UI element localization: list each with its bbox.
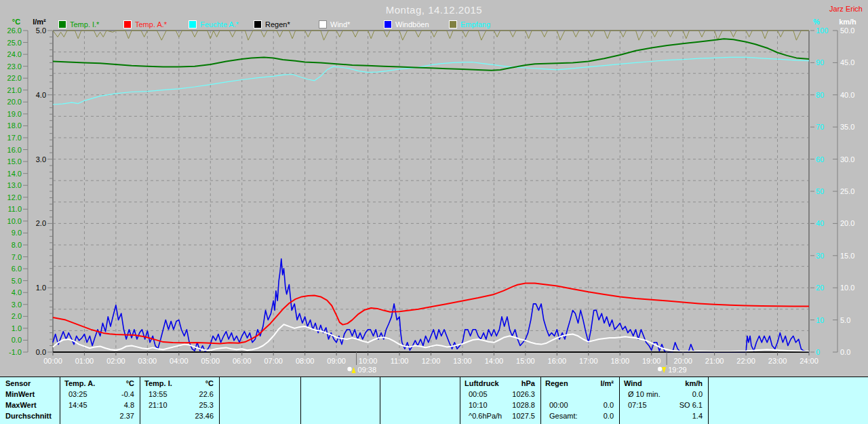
svg-text:11:00: 11:00 bbox=[391, 357, 409, 365]
svg-text:08:00: 08:00 bbox=[296, 357, 315, 365]
stat-value: 1.4 bbox=[692, 412, 703, 420]
stat-time: Gesamt: bbox=[549, 412, 578, 420]
svg-text:06:00: 06:00 bbox=[233, 357, 252, 365]
svg-text:14.0: 14.0 bbox=[7, 170, 22, 178]
svg-text:30.0: 30.0 bbox=[840, 155, 854, 163]
stat-value: -0.4 bbox=[121, 390, 134, 398]
stat-column-empty bbox=[708, 377, 868, 424]
svg-text:24.0: 24.0 bbox=[7, 50, 22, 58]
stat-header: Wind bbox=[624, 379, 642, 387]
svg-text:2.0: 2.0 bbox=[12, 312, 22, 320]
svg-text:07:00: 07:00 bbox=[264, 357, 283, 365]
svg-text:02:00: 02:00 bbox=[106, 357, 125, 365]
svg-text:09:38: 09:38 bbox=[358, 366, 377, 374]
svg-text:18:00: 18:00 bbox=[610, 357, 629, 365]
svg-text:5.0: 5.0 bbox=[12, 277, 22, 285]
svg-text:23.0: 23.0 bbox=[7, 62, 22, 71]
svg-text:16:00: 16:00 bbox=[548, 357, 567, 365]
svg-text:40.0: 40.0 bbox=[840, 91, 854, 99]
stat-value: SO 6.1 bbox=[679, 401, 703, 409]
svg-text:5.0: 5.0 bbox=[36, 26, 46, 35]
stat-column-empty bbox=[380, 377, 460, 424]
table-row-label: MinWert bbox=[5, 390, 35, 398]
stat-time: 21:10 bbox=[149, 401, 167, 409]
stat-time: 07:15 bbox=[628, 401, 647, 409]
stat-time: 10:10 bbox=[469, 401, 488, 409]
stat-value: 4.8 bbox=[124, 401, 134, 409]
stat-value: 1026.3 bbox=[512, 390, 535, 398]
stat-header: Temp. A. bbox=[64, 379, 95, 387]
svg-text:0: 0 bbox=[816, 348, 820, 356]
svg-text:5.0: 5.0 bbox=[840, 316, 850, 324]
svg-text:10:00: 10:00 bbox=[359, 357, 378, 365]
table-row-label: MaxWert bbox=[5, 401, 37, 409]
stat-time: 00:05 bbox=[469, 390, 488, 398]
stat-value: 1028.8 bbox=[512, 401, 535, 409]
weather-app-window: Montag, 14.12.2015 Jarz Erich °C l/m² % … bbox=[0, 0, 868, 424]
stat-value: 23.46 bbox=[195, 412, 214, 420]
svg-text:1.0: 1.0 bbox=[12, 324, 22, 332]
stat-column-empty bbox=[219, 377, 300, 424]
svg-text:10.0: 10.0 bbox=[840, 284, 854, 292]
svg-text:8.0: 8.0 bbox=[12, 241, 22, 249]
svg-text:0.0: 0.0 bbox=[12, 336, 22, 344]
stat-value: 2.37 bbox=[120, 412, 134, 420]
svg-text:4.0: 4.0 bbox=[12, 288, 22, 296]
svg-text:09:00: 09:00 bbox=[327, 357, 346, 365]
svg-text:3.0: 3.0 bbox=[36, 155, 46, 163]
axis-humidity-pct: 1009080706050403020100 bbox=[810, 26, 828, 356]
svg-text:10: 10 bbox=[816, 316, 824, 324]
stat-unit: °C bbox=[205, 379, 214, 387]
stat-time: ^0.6hPa/h bbox=[469, 412, 502, 420]
svg-text:30: 30 bbox=[816, 252, 824, 260]
svg-text:12:00: 12:00 bbox=[422, 357, 441, 365]
series-windb-en bbox=[53, 259, 809, 353]
weather-chart: 26.025.024.023.022.021.020.019.018.017.0… bbox=[0, 0, 868, 377]
stat-time: Ø 10 min. bbox=[628, 390, 660, 398]
svg-text:26.0: 26.0 bbox=[7, 26, 22, 35]
svg-text:18.0: 18.0 bbox=[7, 121, 22, 130]
svg-text:70: 70 bbox=[816, 123, 824, 131]
svg-text:25.0: 25.0 bbox=[840, 187, 854, 195]
stat-column-luftdruck: LuftdruckhPa00:051026.310:101028.8^0.6hP… bbox=[460, 377, 540, 424]
svg-text:13.0: 13.0 bbox=[7, 181, 22, 189]
svg-text:3.0: 3.0 bbox=[12, 301, 22, 309]
svg-text:0.0: 0.0 bbox=[840, 348, 850, 356]
svg-text:23:00: 23:00 bbox=[768, 357, 787, 365]
stat-column-temp-a-: Temp. A.°C03:25-0.414:454.82.37 bbox=[60, 377, 140, 424]
svg-text:22.0: 22.0 bbox=[7, 74, 22, 82]
svg-text:16.0: 16.0 bbox=[7, 146, 22, 154]
stat-unit: km/h bbox=[685, 379, 703, 387]
svg-text:80: 80 bbox=[816, 91, 824, 99]
svg-text:40: 40 bbox=[816, 219, 824, 227]
svg-text:19:29: 19:29 bbox=[668, 366, 687, 374]
stat-unit: °C bbox=[126, 379, 134, 387]
svg-text:15.0: 15.0 bbox=[7, 157, 22, 166]
svg-text:15:00: 15:00 bbox=[516, 357, 535, 365]
axis-rain-lm2: 5.04.03.02.01.00.0 bbox=[36, 26, 52, 356]
svg-text:2.0: 2.0 bbox=[36, 219, 46, 227]
svg-text:9.0: 9.0 bbox=[12, 229, 22, 237]
svg-text:0.0: 0.0 bbox=[36, 348, 46, 356]
stat-column-regen: Regenl/m²00:000.0Gesamt:0.0 bbox=[540, 377, 619, 424]
svg-text:17:00: 17:00 bbox=[579, 357, 598, 365]
stat-unit: l/m² bbox=[600, 379, 614, 387]
stat-time: 00:00 bbox=[549, 401, 568, 409]
stat-header: Luftdruck bbox=[465, 379, 499, 387]
table-row-label: Sensor bbox=[5, 379, 31, 387]
stat-value: 0.0 bbox=[604, 412, 614, 420]
svg-text:21.0: 21.0 bbox=[7, 86, 22, 94]
axis-wind-kmh: 50.045.040.035.030.025.020.015.010.05.00… bbox=[833, 26, 854, 356]
stat-value: 0.0 bbox=[604, 401, 614, 409]
stat-value: 0.0 bbox=[692, 390, 703, 398]
svg-text:01:00: 01:00 bbox=[75, 357, 94, 365]
stat-column-empty bbox=[300, 377, 380, 424]
stat-value: 1027.5 bbox=[512, 412, 535, 420]
svg-text:100: 100 bbox=[816, 26, 828, 35]
svg-text:7.0: 7.0 bbox=[12, 253, 22, 261]
svg-text:50: 50 bbox=[816, 187, 824, 195]
stat-unit: hPa bbox=[521, 379, 535, 387]
svg-text:-1.0: -1.0 bbox=[9, 348, 22, 356]
svg-text:60: 60 bbox=[816, 155, 824, 163]
svg-text:12.0: 12.0 bbox=[7, 193, 22, 201]
